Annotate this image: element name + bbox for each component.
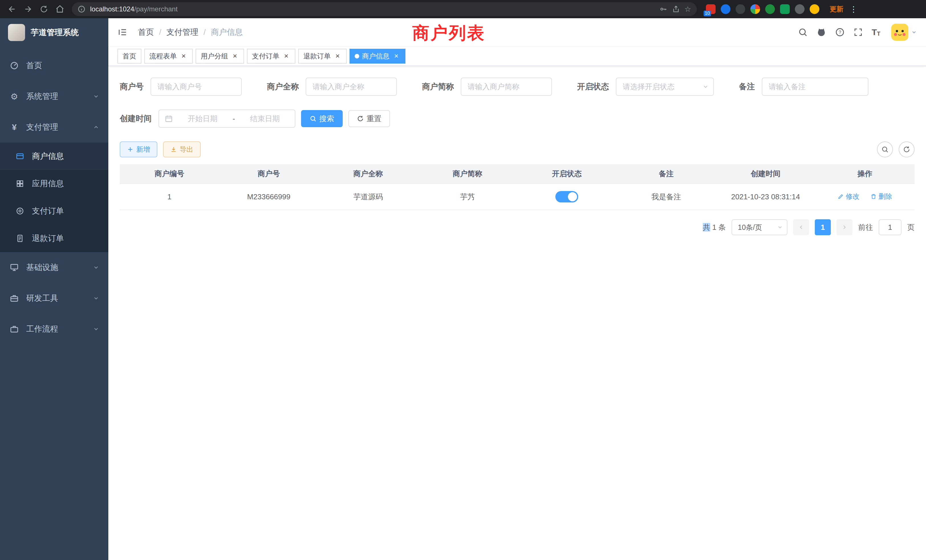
sidebar-item-merchant-info[interactable]: 商户信息 — [0, 142, 108, 170]
pagination-total: 共 1 条 — [703, 222, 726, 232]
extension-icon[interactable] — [780, 4, 790, 14]
merchant-no-input[interactable] — [151, 77, 242, 96]
url-host: localhost:1024 — [90, 5, 134, 13]
sidebar-item-pay[interactable]: ¥ 支付管理 — [0, 112, 108, 142]
export-button[interactable]: 导出 — [163, 141, 201, 157]
fullscreen-icon[interactable] — [853, 27, 863, 37]
reset-button-label: 重置 — [367, 114, 381, 124]
breadcrumb-item[interactable]: 首页 — [138, 27, 154, 38]
status-select[interactable]: 请选择开启状态 — [616, 77, 714, 96]
prev-page-button[interactable] — [793, 219, 809, 235]
search-icon — [881, 146, 889, 153]
url-text[interactable]: localhost:1024/pay/merchant — [90, 5, 655, 13]
col-remark: 备注 — [617, 164, 716, 184]
short-name-input[interactable] — [461, 77, 552, 96]
close-icon[interactable]: × — [180, 52, 188, 60]
browser-reload-icon[interactable] — [36, 2, 51, 17]
search-icon[interactable] — [798, 27, 808, 37]
add-button[interactable]: 新增 — [120, 141, 157, 157]
tab-user-group[interactable]: 用户分组 × — [195, 49, 244, 64]
col-status: 开启状态 — [517, 164, 617, 184]
filter-row-1: 商户号 商户全称 商户简称 开启状态 请选择开启状态 — [120, 77, 915, 96]
sidebar-item-home[interactable]: 首页 — [0, 50, 108, 81]
sidebar-item-pay-order[interactable]: 支付订单 — [0, 197, 108, 225]
toolbox-icon — [9, 294, 20, 303]
font-size-icon[interactable]: TT — [872, 28, 881, 36]
browser-forward-icon[interactable] — [21, 2, 35, 17]
tab-home[interactable]: 首页 — [118, 49, 141, 64]
logo-avatar — [8, 24, 25, 41]
github-icon[interactable] — [816, 27, 826, 37]
close-icon[interactable]: × — [231, 52, 239, 60]
refresh-button[interactable] — [899, 141, 915, 157]
share-icon[interactable] — [672, 5, 680, 13]
sidebar-item-app-info[interactable]: 应用信息 — [0, 170, 108, 197]
sidebar-item-devtools[interactable]: 研发工具 — [0, 283, 108, 314]
edit-link-label: 修改 — [846, 192, 859, 201]
create-time-range-picker[interactable]: 开始日期 - 结束日期 — [159, 109, 295, 128]
help-icon[interactable]: ? — [835, 27, 845, 37]
tab-refund-order[interactable]: 退款订单 × — [298, 49, 346, 64]
start-date-placeholder: 开始日期 — [179, 114, 227, 124]
page-size-select[interactable]: 10条/页 — [732, 219, 787, 235]
tab-process-form[interactable]: 流程表单 × — [144, 49, 193, 64]
tab-pay-order[interactable]: 支付订单 × — [247, 49, 295, 64]
profile-avatar-icon[interactable] — [809, 4, 819, 14]
address-bar[interactable]: localhost:1024/pay/merchant ☆ — [72, 2, 697, 16]
sidebar-item-workflow[interactable]: 工作流程 — [0, 314, 108, 344]
sidebar-item-infra[interactable]: 基础设施 — [0, 252, 108, 283]
extension-icon[interactable] — [721, 4, 731, 14]
goto-page-input[interactable] — [879, 219, 902, 235]
close-icon[interactable]: × — [392, 52, 400, 60]
edit-link[interactable]: 修改 — [838, 192, 859, 201]
status-toggle[interactable] — [555, 191, 578, 203]
close-icon[interactable]: × — [334, 52, 342, 60]
cell-merchant-no: M233666999 — [219, 184, 319, 210]
sidebar-item-label: 退款订单 — [32, 233, 64, 244]
browser-menu-icon[interactable]: ⋮ — [849, 5, 858, 14]
browser-home-icon[interactable] — [53, 2, 67, 17]
col-merchant-no: 商户号 — [219, 164, 319, 184]
next-page-button[interactable] — [837, 219, 852, 235]
chrome-update-button[interactable]: 更新 — [830, 5, 843, 14]
extension-icon[interactable] — [795, 4, 805, 14]
tab-merchant-info[interactable]: 商户信息 × — [350, 49, 406, 64]
search-button[interactable]: 搜索 — [301, 110, 343, 127]
toggle-search-button[interactable] — [877, 141, 893, 157]
sidebar-item-label: 支付管理 — [26, 122, 58, 133]
sidebar-menu: 首页 ⚙ 系统管理 ¥ 支付管理 — [0, 47, 108, 560]
top-navbar: 首页 / 支付管理 / 商户信息 商户列表 ? — [108, 18, 926, 47]
remark-input[interactable] — [762, 77, 869, 96]
plus-icon — [127, 146, 133, 153]
password-key-icon[interactable] — [660, 5, 667, 13]
col-actions: 操作 — [816, 164, 915, 184]
extension-icon[interactable] — [750, 4, 760, 14]
tab-label: 退款订单 — [303, 51, 331, 61]
info-icon[interactable] — [77, 5, 86, 13]
bookmark-star-icon[interactable]: ☆ — [684, 5, 691, 13]
browser-back-icon[interactable] — [5, 2, 20, 17]
remark-label: 备注 — [739, 81, 755, 92]
delete-link[interactable]: 删除 — [870, 192, 892, 201]
extension-icon[interactable] — [735, 4, 745, 14]
end-date-placeholder: 结束日期 — [241, 114, 289, 124]
breadcrumb-item[interactable]: 支付管理 — [166, 27, 198, 38]
extension-icon[interactable]: 10 — [706, 4, 716, 14]
page-unit-label: 页 — [907, 222, 915, 232]
page-number-button[interactable]: 1 — [815, 219, 831, 235]
yen-icon: ¥ — [9, 122, 20, 132]
font-size-small-glyph: T — [877, 31, 881, 36]
sidebar-item-refund-order[interactable]: 退款订单 — [0, 225, 108, 252]
cell-remark: 我是备注 — [617, 184, 716, 210]
full-name-label: 商户全称 — [267, 81, 299, 92]
sidebar-item-system[interactable]: ⚙ 系统管理 — [0, 81, 108, 112]
screen: localhost:1024/pay/merchant ☆ 10 更新 ⋮ — [0, 0, 926, 560]
user-menu[interactable] — [891, 24, 917, 41]
reset-button[interactable]: 重置 — [348, 110, 390, 127]
extension-icon[interactable] — [765, 4, 775, 14]
full-name-input[interactable] — [306, 77, 397, 96]
close-icon[interactable]: × — [282, 52, 290, 60]
dashboard-icon — [9, 61, 20, 70]
sidebar-collapse-icon[interactable] — [118, 27, 128, 37]
page-size-value: 10条/页 — [738, 223, 762, 232]
